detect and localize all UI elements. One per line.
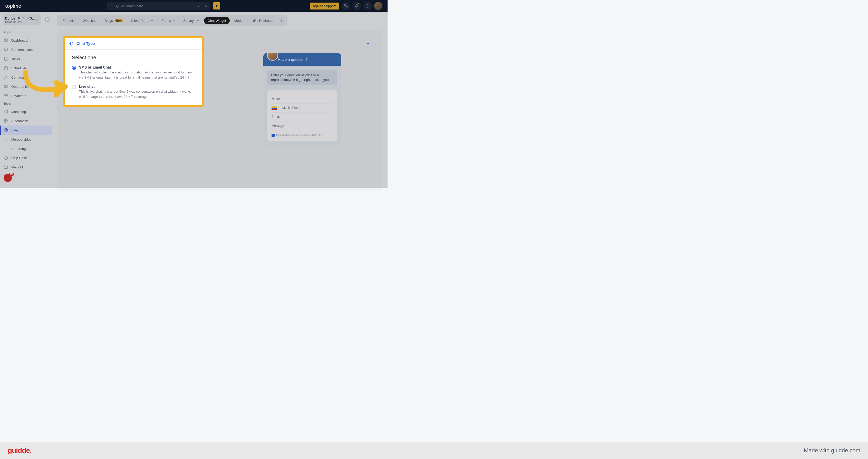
dashboard-icon <box>4 38 8 42</box>
tab-client-portal[interactable]: Client Portal <box>128 17 157 24</box>
svg-point-13 <box>5 76 6 77</box>
radio-live-chat[interactable]: Live chat This is live chat. It is a rea… <box>72 85 195 99</box>
chevron-down-icon <box>35 18 38 22</box>
tab-blogs[interactable]: BlogsNew <box>101 17 126 24</box>
radio-sms-email[interactable]: SMS or Email Chat This chat will collect… <box>72 65 195 80</box>
svg-point-19 <box>5 120 6 121</box>
phone-button[interactable] <box>342 2 350 10</box>
phone-icon <box>344 4 348 8</box>
email-field[interactable]: E-mail <box>272 113 333 121</box>
phone-field[interactable]: Mobile Phone <box>272 103 333 113</box>
radio-label: Live chat <box>79 85 195 89</box>
mail-icon <box>4 165 8 170</box>
users-icon <box>4 137 8 142</box>
compass-icon <box>4 128 8 132</box>
sidebar-item-dashboard[interactable]: Dashboard <box>0 36 52 45</box>
chat-form: Name Mobile Phone E-mail Message By subm… <box>268 90 337 142</box>
notification-dot <box>358 3 359 4</box>
chat-icon <box>4 47 8 52</box>
chat-type-card: Chat Type Select one SMS or Email Chat T… <box>63 36 204 107</box>
svg-marker-21 <box>5 129 7 131</box>
svg-rect-5 <box>4 39 6 40</box>
bell-icon <box>355 4 359 8</box>
account-location: Scranton, PA <box>5 20 35 23</box>
account-name: Dunder Mifflin [D... <box>5 17 35 20</box>
svg-point-27 <box>281 20 282 21</box>
tab-forms[interactable]: Forms <box>158 17 179 24</box>
svg-point-22 <box>5 138 6 139</box>
sidebar-item-sites[interactable]: Sites <box>0 125 52 135</box>
chevron-down-icon <box>197 20 199 22</box>
sidebar-item-mailfold[interactable]: Mailfold <box>0 162 52 172</box>
new-badge: New <box>115 19 123 22</box>
search-input[interactable]: Quick search here Ctrl + K <box>107 2 210 10</box>
account-switcher[interactable]: Dunder Mifflin [D... Scranton, PA <box>3 14 41 25</box>
bolt-button[interactable] <box>213 2 220 9</box>
tab-surveys[interactable]: Surveys <box>180 17 203 24</box>
tab-media[interactable]: Media <box>231 17 247 24</box>
help-button[interactable] <box>364 2 372 10</box>
radio-label: SMS or Email Chat <box>79 65 195 69</box>
panel-toggle[interactable] <box>45 17 50 23</box>
svg-point-16 <box>6 86 6 87</box>
svg-rect-9 <box>4 67 7 70</box>
flag-icon <box>272 106 277 110</box>
content-panel: Chat Type Select one SMS or Email Chat T… <box>57 30 382 190</box>
sidebar-item-memberships[interactable]: Memberships <box>0 135 52 144</box>
app-logo: topline <box>5 3 21 9</box>
name-field[interactable]: Name <box>272 94 333 103</box>
sidebar-item-tasks[interactable]: Tasks <box>0 54 52 63</box>
select-heading: Select one <box>72 55 195 61</box>
radio-desc: This is live chat. It is a real-time 2 w… <box>79 89 195 99</box>
sidebar-item-automation[interactable]: Automation <box>0 116 52 125</box>
card-icon <box>4 93 8 98</box>
target-icon <box>4 84 8 89</box>
chat-avatar <box>267 53 278 61</box>
search-icon <box>111 4 114 8</box>
chart-icon <box>4 146 8 151</box>
sidebar-icon <box>45 17 50 22</box>
svg-point-15 <box>5 86 7 88</box>
gear-icon <box>4 119 8 123</box>
tab-settings[interactable] <box>278 18 285 24</box>
sidebar: Dunder Mifflin [D... Scranton, PA Apps D… <box>0 12 52 205</box>
svg-point-0 <box>111 5 113 7</box>
chevron-down-icon <box>278 107 280 109</box>
main-content: Funnels Websites BlogsNew Client Portal … <box>52 12 388 205</box>
badge-count: 15 <box>8 173 14 176</box>
checkbox-icon[interactable] <box>272 134 275 137</box>
tab-chat-widget[interactable]: Chat Widget <box>204 17 230 24</box>
chat-preview-header: Have a question? <box>263 53 341 66</box>
svg-rect-6 <box>6 39 7 40</box>
svg-rect-7 <box>6 40 7 42</box>
sidebar-item-helpdesk[interactable]: Help Desk <box>0 153 52 162</box>
tab-url-redirects[interactable]: URL Redirects <box>248 17 277 24</box>
question-icon <box>366 4 369 8</box>
search-placeholder: Quick search here <box>116 4 143 8</box>
support-button[interactable]: topline Support <box>310 3 339 9</box>
help-icon <box>4 156 8 160</box>
tab-websites[interactable]: Websites <box>79 17 100 24</box>
contrast-icon <box>69 41 73 46</box>
sidebar-item-conversations[interactable]: Conversations <box>0 45 52 54</box>
sidebar-item-marketing[interactable]: Marketing <box>0 107 52 116</box>
svg-point-20 <box>4 128 7 132</box>
radio-checked-icon <box>72 66 76 70</box>
tab-funnels[interactable]: Funnels <box>59 17 78 24</box>
user-avatar[interactable] <box>374 2 382 10</box>
bell-button[interactable] <box>353 2 361 10</box>
tabs: Funnels Websites BlogsNew Client Portal … <box>57 16 287 26</box>
radio-unchecked-icon <box>72 85 76 89</box>
sidebar-item-reporting[interactable]: Reporting <box>0 144 52 153</box>
radio-desc: This chat will collect the visitor's inf… <box>79 70 195 80</box>
consent-text: By submitting you agree to receive SMS o… <box>272 134 333 137</box>
message-field[interactable]: Message <box>272 121 333 130</box>
tasks-icon <box>4 57 8 61</box>
collapse-icon[interactable] <box>366 41 370 45</box>
chat-preview: Have a question? Enter your question bel… <box>263 53 341 146</box>
card-title: Chat Type <box>76 41 95 46</box>
apps-section-label: Apps <box>0 29 52 36</box>
svg-rect-17 <box>4 94 8 97</box>
chevron-down-icon <box>151 20 153 22</box>
search-kbd: Ctrl + K <box>196 4 207 8</box>
